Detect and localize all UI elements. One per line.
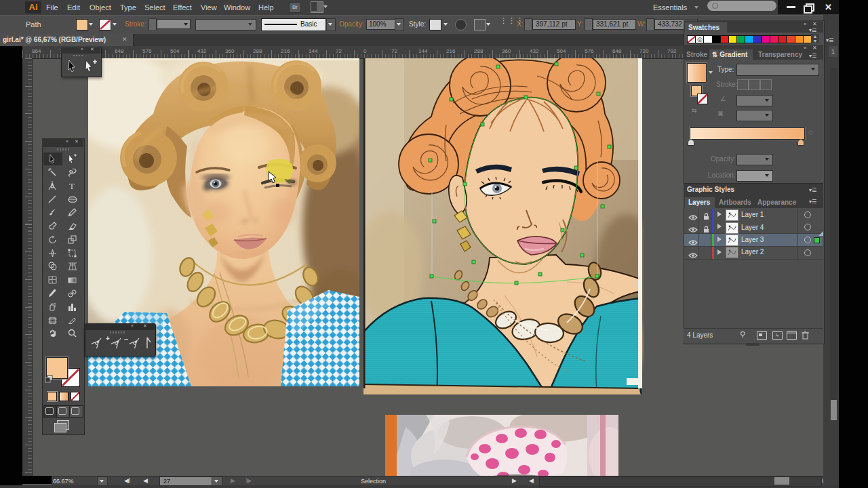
svg-text:T: T — [69, 182, 75, 190]
